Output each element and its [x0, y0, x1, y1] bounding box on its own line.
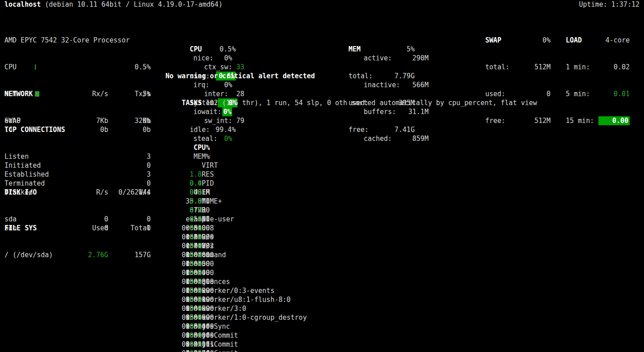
process-row: 1.8 0.4 401M 35.8M 6773 example-user 00:… — [165, 161, 644, 170]
network-tx-header: Tx/s — [108, 89, 151, 98]
process-table-header: CPU% MEM% VIRT RES PID USER TIME+ THR NI… — [165, 134, 644, 143]
inactive-label: inactive: — [364, 81, 400, 89]
row-name: Initiated — [4, 161, 79, 170]
irq-value: 0% — [224, 81, 232, 89]
quicklook-cpu-row: CPU 0.5% — [4, 63, 151, 72]
diskio-title: DISK I/O — [4, 188, 68, 197]
load-5min-label: 5 min: — [566, 89, 590, 98]
load-1min-label: 1 min: — [566, 63, 590, 72]
table-row: Listen 3 — [4, 152, 151, 161]
system-info: (debian 10.11 64bit / Linux 4.19.0-17-am… — [45, 0, 222, 8]
diskio-read-header: R/s — [68, 188, 108, 197]
cpu-title: CPU — [190, 45, 202, 54]
table-row: Initiated 0 — [4, 161, 151, 170]
hostname: localhost — [4, 0, 41, 8]
process-table: CPU% MEM% VIRT RES PID USER TIME+ THR NI… — [165, 116, 644, 352]
swap-percent: 0% — [542, 36, 551, 45]
process-row: 0.0 0.0 0 0 5056 root 00:00.00 1 0 S 0 0… — [165, 206, 644, 215]
ctx-sw-value: 33 — [236, 63, 244, 72]
fs-total-value: 157G — [108, 250, 151, 259]
diskio-write-header: W/s — [108, 188, 151, 197]
mem-total-label: total: — [348, 72, 373, 81]
process-row: 0.0 0.0 0 0 5712 root 00:00.00 1 0 I 0 0… — [165, 197, 644, 206]
cell-cpu-percent: 0.0 — [182, 259, 202, 268]
filesystem-panel: FILE SYS Used Total / (/dev/sda) 2.76G 1… — [4, 206, 151, 277]
cell-cpu-percent: 0.0 — [182, 349, 202, 352]
cell-cpu-percent: 0.0 — [182, 233, 202, 242]
cell-cpu-percent: 0.0 — [182, 304, 202, 313]
swap-used-value: 0 — [547, 89, 551, 98]
row-value: 3 — [79, 152, 151, 161]
tcp-title: TCP CONNECTIONS — [4, 125, 151, 134]
uptime-label: Uptime: — [579, 0, 607, 8]
active-label: active: — [364, 54, 392, 63]
active-value: 290M — [412, 54, 428, 63]
network-title: NETWORK — [4, 89, 68, 98]
cell-cpu-percent: 0.0 — [182, 179, 202, 188]
cell-cpu-percent: 0.0 — [182, 242, 202, 250]
ctx-sw-label: ctx_sw: — [204, 63, 236, 72]
fs-total-header: Total — [108, 224, 151, 233]
inactive-value: 566M — [412, 81, 428, 89]
quicklook-cpu-percent: 0.5% — [124, 63, 151, 72]
cell-cpu-percent: 0.0 — [182, 215, 202, 224]
filesystem-row: / (/dev/sda) 2.76G 157G — [4, 250, 151, 259]
cell-cpu-percent: 0.0 — [182, 286, 202, 295]
load-1min-value: 0.02 — [614, 63, 630, 72]
uptime-value: 1:37:12 — [611, 0, 640, 8]
header-bar: localhost (debian 10.11 64bit / Linux 4.… — [4, 0, 640, 9]
network-rx-header: Rx/s — [68, 89, 108, 98]
load-5min-value: 0.01 — [614, 89, 630, 98]
load-core: 4-core — [606, 36, 630, 45]
process-row: 0.0 0.0 0 0 6562 root 00:00.00 1 0 I 0 0… — [165, 170, 644, 179]
col-mem-percent: MEM% — [190, 152, 210, 161]
cpu-usage-bar — [35, 64, 124, 70]
cell-cpu-percent: 0.0 — [182, 188, 202, 197]
quicklook-cpu-label: CPU — [4, 63, 35, 72]
swap-total-label: total: — [485, 63, 509, 72]
alert-message: No warning or critical alert detected — [165, 72, 315, 81]
cell-cpu-percent: 0.0 — [182, 224, 202, 233]
fs-used-value: 2.76G — [68, 250, 108, 259]
cell-cpu-percent: 0.0 — [182, 295, 202, 304]
col-virt: VIRT — [190, 161, 218, 170]
tasks-summary: 102 (106 thr), 1 run, 54 slp, 0 oth sort… — [206, 99, 537, 107]
tasks-title: TASKS — [182, 99, 202, 107]
row-name: Listen — [4, 152, 79, 161]
mem-total-value: 7.79G — [394, 72, 415, 81]
process-row: 0.0 0.0 0 0 6560 root 00:00.02 1 0 I 0 0… — [165, 179, 644, 188]
mount-point: / (/dev/sda) — [4, 250, 68, 259]
row-value: 0 — [79, 161, 151, 170]
mem-title: MEM — [348, 45, 360, 54]
swap-title: SWAP — [485, 36, 501, 45]
cell-cpu-percent: 0.0 — [182, 268, 202, 277]
cell-cpu-percent: 0.0 — [182, 197, 202, 206]
fs-title: FILE SYS — [4, 224, 68, 233]
uptime: Uptime: 1:37:12 — [579, 0, 640, 9]
fs-used-header: Used — [68, 224, 108, 233]
cell-cpu-percent: 0.0 — [182, 313, 202, 322]
swap-total-value: 512M — [534, 63, 551, 72]
mem-percent: 5% — [407, 45, 415, 54]
glances-terminal: localhost (debian 10.11 64bit / Linux 4.… — [0, 0, 644, 352]
cell-cpu-percent: 0.0 — [182, 250, 202, 259]
col-cpu-percent: CPU% — [190, 143, 210, 152]
cell-cpu-percent: 0.0 — [182, 331, 202, 340]
cell-cpu-percent: 1.8 — [182, 170, 202, 179]
host-info: localhost (debian 10.11 64bit / Linux 4.… — [4, 0, 223, 9]
load-title: LOAD — [566, 36, 582, 45]
irq-label: irq: — [193, 81, 209, 89]
fs-rows: / (/dev/sda) 2.76G 157G — [4, 250, 151, 259]
nice-value: 0% — [224, 54, 232, 63]
cell-cpu-percent: 0.0 — [182, 277, 202, 286]
cpu-total: 0.5% — [220, 45, 236, 54]
cpu-usage-bar-fill — [35, 64, 36, 70]
cell-cpu-percent: 0.0 — [182, 322, 202, 331]
cpu-model: AMD EPYC 7542 32-Core Processor — [4, 36, 151, 45]
cell-cpu-percent: 0.0 — [182, 340, 202, 349]
tasks-summary-line: TASKS 102 (106 thr), 1 run, 54 slp, 0 ot… — [165, 89, 537, 116]
cell-cpu-percent: 0.0 — [182, 206, 202, 215]
nice-label: nice: — [193, 54, 213, 63]
